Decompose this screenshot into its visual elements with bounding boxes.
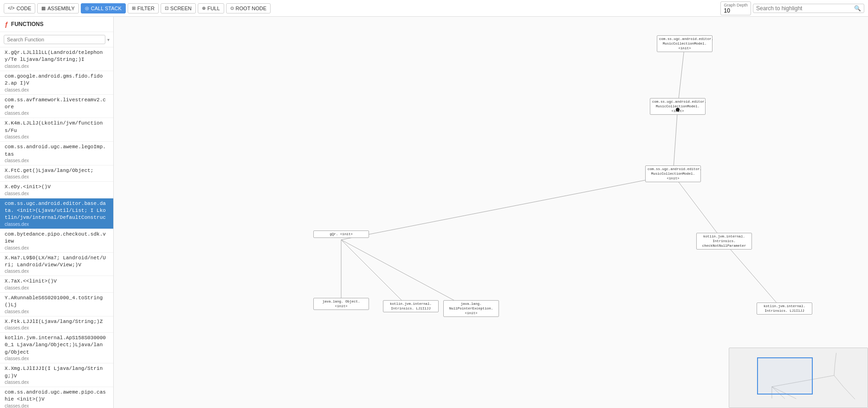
search-function-input[interactable] bbox=[4, 35, 105, 44]
root-node-button[interactable]: ⊙ ROOT NODE bbox=[226, 3, 271, 13]
sidebar-header: ƒ FUNCTIONS bbox=[0, 17, 113, 32]
sidebar-item[interactable]: X.gQr.LJLlllLL(Landroid/telephony/Te lLj… bbox=[0, 47, 113, 71]
sidebar-item-sub: classes.dex bbox=[5, 325, 109, 330]
sidebar-item[interactable]: kotlin.jvm.internal.ApS158S0300000_1 Lja… bbox=[0, 333, 113, 363]
sidebar-item[interactable]: com.google.android.gms.fido.fido2.ap I)V… bbox=[0, 71, 113, 95]
sidebar-item-label: kotlin.jvm.internal.ApS158S0300000_1 Lja… bbox=[5, 335, 109, 356]
sidebar-item-sub: classes.dex bbox=[5, 285, 109, 290]
sidebar-item-sub: classes.dex bbox=[5, 380, 109, 385]
assembly-button[interactable]: ▦ ASSEMBLY bbox=[37, 3, 79, 13]
graph-node-n7[interactable]: kotlin.jvm.internal. Intrinsics. LJlIlJJ bbox=[383, 300, 439, 323]
chevron-down-icon[interactable]: ▾ bbox=[107, 37, 110, 42]
sidebar-item-label: X.7aX.<<linit>()V bbox=[5, 278, 109, 285]
svg-point-8 bbox=[676, 108, 680, 112]
call-stack-icon: ◎ bbox=[85, 6, 89, 11]
sidebar-item-label: com.ss.avframework.livestreamv2.core bbox=[5, 97, 109, 111]
search-highlight-container: 🔍 bbox=[753, 4, 864, 13]
sidebar-item[interactable]: X.7aX.<<linit>()Vclasses.dex bbox=[0, 276, 113, 292]
sidebar-item-sub: classes.dex bbox=[5, 245, 109, 250]
sidebar-item[interactable]: com.ss.avframework.livestreamv2.coreclas… bbox=[0, 95, 113, 118]
svg-line-9 bbox=[835, 353, 836, 363]
full-icon: ⊕ bbox=[202, 6, 206, 11]
sidebar-item[interactable]: X.Ftk.LJJlI(Ljava/lang/String;)Zclasses.… bbox=[0, 316, 113, 333]
sidebar-item-label: X.Xmg.LJlIJJI(I Ljava/lang/String;)V bbox=[5, 365, 109, 380]
assembly-icon: ▦ bbox=[41, 6, 45, 11]
sidebar-item-sub: classes.dex bbox=[5, 403, 109, 408]
sidebar-item[interactable]: X.Ha7.L9$0(LX/Ha7; Landroid/net/Uri; Lan… bbox=[0, 253, 113, 276]
sidebar-item-label: Y.ARunnableS6S0201000_4.toString()Lj bbox=[5, 295, 109, 309]
root-node-icon: ⊙ bbox=[230, 6, 234, 11]
sidebar-item[interactable]: com.ss.android.ugc.aweme.legoImp.tasclas… bbox=[0, 142, 113, 165]
sidebar-item-sub: classes.dex bbox=[5, 64, 109, 69]
graph-node-n9[interactable]: kotlin.jvm.internal. Intrinsics. LJlIlJJ bbox=[757, 303, 812, 326]
sidebar-title: FUNCTIONS bbox=[11, 21, 44, 27]
sidebar-item-sub: classes.dex bbox=[5, 134, 109, 139]
search-highlight-input[interactable] bbox=[756, 5, 854, 12]
graph-depth-label: Graph Depth bbox=[724, 3, 748, 7]
sidebar-item-label: X.Ftk.LJJlI(Ljava/lang/String;)Z bbox=[5, 318, 109, 325]
filter-button[interactable]: ⊞ FILTER bbox=[128, 3, 159, 13]
filter-icon: ⊞ bbox=[132, 6, 136, 11]
sidebar-item[interactable]: Y.ARunnableS6S0201000_4.toString()Ljclas… bbox=[0, 293, 113, 316]
graph-node-n1[interactable]: com.ss.ugc.android.editor.base.data. Mus… bbox=[657, 35, 713, 59]
sidebar-item[interactable]: X.K4m.LJLlJ(Lkotlin/jvm/functions/Fuclas… bbox=[0, 118, 113, 142]
sidebar-item-label: com.bytedance.pipo.checkout.sdk.view bbox=[5, 231, 109, 245]
sidebar-item-label: X.gQr.LJLlllLL(Landroid/telephony/Te lLj… bbox=[5, 49, 109, 64]
screen-icon: ⊡ bbox=[165, 6, 168, 11]
svg-line-12 bbox=[834, 375, 844, 387]
graph-area[interactable]: com.ss.ugc.android.editor.base.data. Mus… bbox=[114, 17, 868, 408]
sidebar-item[interactable]: X.FtC.get()Ljava/lang/Object;classes.dex bbox=[0, 165, 113, 182]
sidebar: ƒ FUNCTIONS ▾ X.gQr.LJLlllLL(Landroid/te… bbox=[0, 17, 114, 408]
sidebar-item[interactable]: X.Xmg.LJlIJJI(I Ljava/lang/String;)Vclas… bbox=[0, 363, 113, 387]
svg-line-10 bbox=[834, 364, 835, 375]
main-layout: ƒ FUNCTIONS ▾ X.gQr.LJLlllLL(Landroid/te… bbox=[0, 0, 868, 408]
graph-node-n8[interactable]: java.lang. NullPointerException. <init> bbox=[443, 300, 499, 323]
graph-node-n4[interactable]: gQr. <init> bbox=[313, 230, 369, 247]
sidebar-item-label: X.Ha7.L9$0(LX/Ha7; Landroid/net/Uri; Lan… bbox=[5, 255, 109, 269]
sidebar-item-label: X.eDy.<init>()V bbox=[5, 184, 109, 191]
sidebar-item[interactable]: com.bytedance.pipo.checkout.sdk.viewclas… bbox=[0, 229, 113, 253]
sidebar-item[interactable]: com.ss.ugc.android.editor.base.data. <in… bbox=[0, 198, 113, 229]
graph-depth-input[interactable] bbox=[724, 7, 742, 14]
minimap bbox=[729, 348, 868, 408]
toolbar: </> CODE ▦ ASSEMBLY ◎ CALL STACK ⊞ FILTE… bbox=[0, 0, 868, 17]
sidebar-item-sub: classes.dex bbox=[5, 87, 109, 92]
sidebar-search: ▾ bbox=[0, 32, 113, 47]
code-icon: </> bbox=[8, 6, 14, 11]
screen-button[interactable]: ⊡ SCREEN bbox=[161, 3, 196, 13]
code-button[interactable]: </> CODE bbox=[4, 3, 35, 13]
graph-node-n6[interactable]: java.lang. Object. <init> bbox=[313, 298, 369, 321]
sidebar-item-sub: classes.dex bbox=[5, 356, 109, 361]
sidebar-item-sub: classes.dex bbox=[5, 158, 109, 163]
sidebar-item[interactable]: X.eDy.<init>()Vclasses.dex bbox=[0, 182, 113, 198]
sidebar-item-sub: classes.dex bbox=[5, 174, 109, 179]
graph-node-n3[interactable]: com.ss.ugc.android.editor.base.data. Mus… bbox=[645, 165, 701, 189]
sidebar-list: X.gQr.LJLlllLL(Landroid/telephony/Te lLj… bbox=[0, 47, 113, 408]
sidebar-item-sub: classes.dex bbox=[5, 191, 109, 196]
sidebar-item[interactable]: com.ss.android.ugc.aweme.pipo.cashie <in… bbox=[0, 387, 113, 408]
sidebar-item-sub: classes.dex bbox=[5, 111, 109, 116]
sidebar-item-label: com.ss.android.ugc.aweme.pipo.cashie <in… bbox=[5, 389, 109, 403]
svg-line-16 bbox=[844, 387, 855, 399]
call-stack-button[interactable]: ◎ CALL STACK bbox=[81, 3, 126, 13]
minimap-viewport[interactable] bbox=[757, 357, 813, 395]
sidebar-item-label: X.FtC.get()Ljava/lang/Object; bbox=[5, 167, 109, 174]
sidebar-item-label: X.K4m.LJLlJ(Lkotlin/jvm/functions/Fu bbox=[5, 120, 109, 134]
graph-node-n5[interactable]: kotlin.jvm.internal. Intrinsics. checkNo… bbox=[696, 233, 752, 256]
functions-icon: ƒ bbox=[5, 20, 8, 28]
search-icon: 🔍 bbox=[854, 5, 861, 12]
sidebar-item-sub: classes.dex bbox=[5, 269, 109, 274]
svg-line-2 bbox=[341, 175, 673, 240]
graph-node-n2[interactable]: com.ss.ugc.android.editor.base.data. Mus… bbox=[650, 98, 706, 121]
graph-depth-container: Graph Depth 🔍 bbox=[720, 1, 864, 15]
sidebar-item-label: com.ss.ugc.android.editor.base.data. <in… bbox=[5, 200, 109, 222]
sidebar-item-label: com.ss.android.ugc.aweme.legoImp.tas bbox=[5, 144, 109, 158]
full-button[interactable]: ⊕ FULL bbox=[198, 3, 224, 13]
sidebar-item-label: com.google.android.gms.fido.fido2.ap I)V bbox=[5, 73, 109, 87]
sidebar-item-sub: classes.dex bbox=[5, 309, 109, 314]
sidebar-item-sub: classes.dex bbox=[5, 222, 109, 227]
